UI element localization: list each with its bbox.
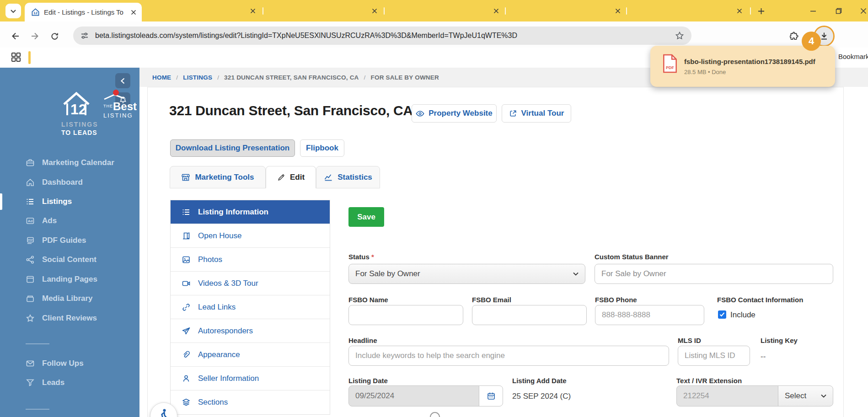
- bookmark-favicon-bar[interactable]: [28, 51, 31, 64]
- eye-icon: [416, 109, 424, 118]
- download-meta: 28.5 MB • Done: [684, 69, 726, 75]
- tab-close-icon[interactable]: [736, 8, 743, 14]
- window-minimize-button[interactable]: [809, 7, 817, 15]
- apps-grid-icon[interactable]: [11, 52, 21, 62]
- external-link-icon: [509, 109, 517, 118]
- sidebar-item-media-library[interactable]: Media Library: [0, 289, 139, 308]
- tab-separator: [505, 7, 506, 15]
- tab-inactive-2[interactable]: [263, 0, 384, 21]
- subnav-listing-information[interactable]: Listing Information: [171, 200, 330, 224]
- open-door-icon: [182, 231, 191, 241]
- tab-search-button[interactable]: [5, 4, 21, 18]
- chevron-left-icon: [120, 78, 125, 84]
- tab-inactive-5[interactable]: [626, 0, 747, 21]
- download-notification[interactable]: PDF fsbo-listing-presentation1738189145.…: [650, 46, 835, 87]
- tab-close-icon[interactable]: [493, 8, 499, 14]
- reload-icon[interactable]: [48, 30, 60, 42]
- fsbo-contact-information-label: FSBO Contact Information: [717, 296, 803, 304]
- tune-icon[interactable]: [80, 32, 89, 40]
- save-button[interactable]: Save: [348, 207, 384, 227]
- tab-close-icon[interactable]: [250, 8, 256, 14]
- download-icon: [820, 32, 829, 41]
- paper-plane-icon: [182, 326, 191, 336]
- custom-status-banner-input[interactable]: [595, 264, 833, 284]
- back-icon[interactable]: [10, 30, 21, 42]
- listing-add-date-label: Listing Add Date: [512, 377, 567, 385]
- sidebar-item-marketing-calendar[interactable]: Marketing Calendar: [0, 153, 139, 172]
- subnav-videos-3d-tour[interactable]: Videos & 3D Tour: [171, 272, 330, 295]
- include-checkbox[interactable]: [718, 310, 726, 319]
- breadcrumb-property: 321 DUNCAN STREET, SAN FRANCISCO, CA: [224, 74, 359, 81]
- ad-icon: Ad: [26, 216, 35, 225]
- sidebar-item-ads[interactable]: Ad Ads: [0, 211, 139, 230]
- logo-listings-text: LISTINGS: [61, 121, 98, 128]
- fsbo-phone-label: FSBO Phone: [595, 296, 637, 304]
- url-text[interactable]: beta.listingstoleads.com/system/listings…: [95, 32, 669, 40]
- tab-title: Edit - Listings - Listings To: [44, 8, 127, 16]
- fsbo-phone-input[interactable]: [595, 305, 704, 325]
- sidebar-item-follow-ups[interactable]: Follow Ups: [0, 354, 139, 373]
- fsbo-name-input[interactable]: [348, 305, 463, 325]
- subnav-open-house[interactable]: Open House: [171, 224, 330, 248]
- page-title: 321 Duncan Street, San Francisco, CA: [169, 103, 413, 118]
- sidebar-collapse-button[interactable]: [115, 73, 130, 88]
- sidebar-item-dashboard[interactable]: Dashboard: [0, 173, 139, 192]
- new-tab-button[interactable]: [757, 7, 765, 15]
- breadcrumb-separator: /: [176, 74, 178, 81]
- sidebar-item-social-content[interactable]: Social Content: [0, 250, 139, 269]
- bookmark-star-icon[interactable]: [675, 31, 684, 40]
- forward-icon[interactable]: [29, 30, 41, 42]
- ivr-extension-select[interactable]: Select: [778, 385, 833, 406]
- listing-date-input[interactable]: [348, 385, 479, 406]
- tab-statistics[interactable]: Statistics: [316, 166, 380, 188]
- breadcrumb-home[interactable]: HOME: [152, 74, 171, 81]
- sidebar-item-client-reviews[interactable]: Client Reviews: [0, 309, 139, 328]
- tab-close-icon[interactable]: [615, 8, 621, 14]
- bookmarks-label[interactable]: Bookmarks: [838, 53, 868, 60]
- headline-label: Headline: [348, 337, 377, 344]
- fsbo-email-input[interactable]: [472, 305, 587, 325]
- sidebar-item-leads[interactable]: Leads: [0, 373, 139, 392]
- property-website-button[interactable]: Property Website: [412, 104, 497, 123]
- headline-input[interactable]: [348, 346, 669, 366]
- status-select[interactable]: For Sale by Owner: [348, 264, 585, 284]
- breadcrumb-separator: /: [364, 74, 366, 81]
- browser-window: 12 Edit - Listings - Listings To: [0, 0, 868, 417]
- tab-active[interactable]: 12 Edit - Listings - Listings To: [25, 3, 142, 21]
- subnav-appearance[interactable]: Appearance: [171, 343, 330, 367]
- window-restore-button[interactable]: [835, 7, 842, 15]
- site-favicon-house-icon: 12: [31, 8, 40, 16]
- window-close-button[interactable]: [860, 7, 867, 15]
- tab-inactive-3[interactable]: [384, 0, 505, 21]
- breadcrumb-listings[interactable]: LISTINGS: [183, 74, 212, 81]
- url-bar[interactable]: beta.listingstoleads.com/system/listings…: [73, 27, 691, 45]
- calendar-button[interactable]: [479, 385, 503, 406]
- tab-marketing-tools[interactable]: Marketing Tools: [170, 166, 266, 188]
- storefront-icon: [181, 173, 190, 182]
- tab-edit[interactable]: Edit: [266, 166, 316, 188]
- tab-inactive-1[interactable]: [142, 0, 263, 21]
- tab-close-icon[interactable]: [131, 10, 136, 15]
- ivr-extension-input[interactable]: [676, 385, 778, 406]
- sidebar-item-listings[interactable]: Listings: [0, 192, 139, 211]
- tab-inactive-4[interactable]: [505, 0, 626, 21]
- paperclip-icon: [182, 350, 191, 359]
- tab-close-icon[interactable]: [371, 8, 378, 14]
- virtual-tour-button[interactable]: Virtual Tour: [502, 104, 571, 123]
- download-listing-presentation-button[interactable]: Download Listing Presentation: [170, 139, 295, 157]
- subnav-lead-links[interactable]: Lead Links: [171, 295, 330, 319]
- sidebar-item-pdf-guides[interactable]: PDF PDF Guides: [0, 231, 139, 250]
- listings-to-leads-logo: 12: [61, 91, 91, 120]
- subnav-autoresponders[interactable]: Autoresponders: [171, 319, 330, 343]
- flipbook-button[interactable]: Flipbook: [300, 139, 344, 157]
- mls-id-input[interactable]: [678, 346, 750, 366]
- extensions-puzzle-icon[interactable]: [788, 30, 800, 42]
- logo-toleads-text: TO LEADS: [61, 129, 97, 136]
- sidebar-item-landing-pages[interactable]: Landing Pages: [0, 270, 139, 289]
- window-icon: [26, 275, 35, 284]
- subnav-seller-information[interactable]: Seller Information: [171, 367, 330, 390]
- video-camera-icon: [182, 279, 191, 288]
- chart-icon: [324, 173, 333, 182]
- subnav-photos[interactable]: Photos: [171, 248, 330, 272]
- subnav-sections[interactable]: Sections: [171, 390, 330, 414]
